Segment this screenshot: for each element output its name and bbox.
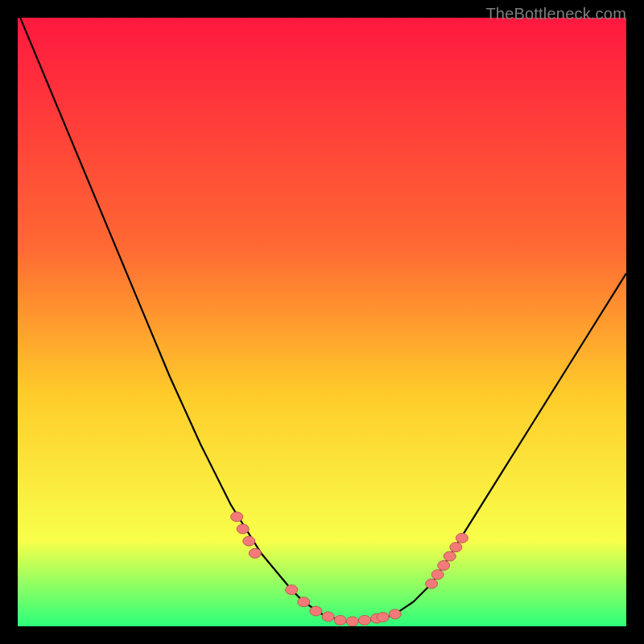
chart-svg [18,18,626,626]
bead-marker [334,615,346,625]
plot-area [18,18,626,626]
watermark-text: TheBottleneck.com [485,5,626,23]
bead-marker [426,579,438,588]
bead-marker [310,606,322,616]
gradient-background [18,18,626,626]
bead-marker [377,613,389,622]
bead-marker [298,597,310,607]
bead-marker [237,524,249,534]
bead-marker [249,548,261,558]
bead-marker [450,543,462,552]
bead-marker [358,615,370,625]
bead-marker [243,536,255,546]
bead-marker [322,612,334,621]
bead-marker [431,570,444,580]
bead-marker [231,512,243,522]
bead-marker [444,551,456,561]
bead-marker [346,617,358,626]
bead-marker [438,560,450,570]
bead-marker [286,585,298,595]
bead-marker [456,533,468,543]
chart-frame: TheBottleneck.com [0,0,644,644]
bead-marker [389,609,401,619]
